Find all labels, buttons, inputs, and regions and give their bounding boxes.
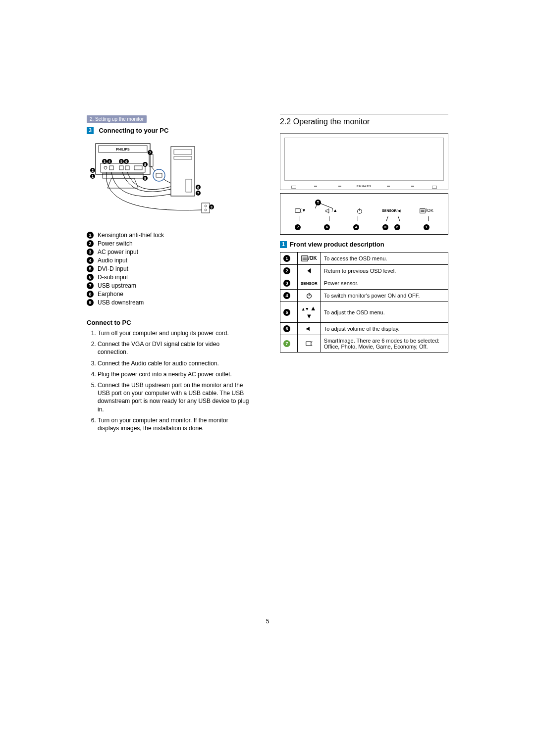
svg-rect-45 — [295, 209, 301, 213]
row-desc: Power sensor. — [321, 277, 448, 290]
table-row: 4 To switch monitor's power ON and OFF. — [280, 290, 448, 302]
page-number: 5 — [0, 618, 535, 625]
svg-rect-9 — [149, 154, 153, 166]
step-item: Turn off your computer and unplug its po… — [98, 329, 255, 337]
svg-rect-32 — [174, 156, 192, 159]
step-item: Turn on your computer and monitor. If th… — [98, 416, 255, 432]
legend-bullet-4: 4 — [87, 257, 94, 264]
right-column: 2.2 Operating the monitor PHILIPS 5 ▼ /▲ — [280, 114, 448, 435]
step-item: Connect the Audio cable for audio connec… — [98, 359, 255, 367]
detail-icon-sensor: SENSOR/◀ — [382, 209, 400, 213]
section-divider — [280, 114, 448, 114]
table-row: 1 /OK To access the OSD menu. — [280, 252, 448, 265]
legend-bullet-7: 7 — [87, 282, 94, 289]
svg-point-40 — [205, 209, 207, 211]
connecting-heading-text: Connecting to your PC — [99, 127, 168, 134]
connect-to-pc-heading: Connect to PC — [87, 319, 255, 326]
port-legend-list: 1Kensington anti-thief lock 2Power switc… — [87, 232, 255, 306]
table-row: 6 To adjust volume of the display. — [280, 323, 448, 335]
sensor-label: SENSOR — [298, 277, 321, 290]
menu-ok-icon: /OK — [298, 252, 321, 265]
front-stepbox: 1 — [280, 241, 287, 248]
svg-rect-30 — [171, 147, 195, 196]
table-row: 5 ▲ ▼ To adjust the OSD menu. — [280, 302, 448, 323]
diagram-brand: PHILIPS — [116, 148, 130, 151]
detail-icon-menu: /OK — [419, 207, 434, 214]
svg-text:5: 5 — [120, 160, 122, 163]
section-connecting-heading: 3 Connecting to your PC — [87, 126, 255, 135]
svg-line-43 — [315, 202, 318, 208]
svg-text:4: 4 — [108, 160, 110, 163]
detail-icon-smart: ▼ — [295, 207, 306, 214]
row-desc: Return to previous OSD level. — [321, 265, 448, 277]
svg-rect-6 — [119, 166, 123, 170]
legend-label: D-sub input — [98, 274, 128, 281]
svg-rect-2 — [101, 163, 145, 172]
legend-bullet-9: 9 — [87, 299, 94, 306]
svg-rect-5 — [109, 166, 113, 170]
svg-rect-7 — [125, 166, 129, 170]
legend-label: USB downstream — [98, 299, 144, 306]
legend-label: DVI-D input — [98, 265, 128, 272]
legend-label: Audio input — [98, 257, 127, 264]
step-item: Connect the VGA or DVI signal cable for … — [98, 340, 255, 356]
legend-label: Earphone — [98, 291, 123, 298]
svg-text:7: 7 — [149, 151, 151, 154]
smartimage-icon — [298, 335, 321, 353]
svg-text:8: 8 — [144, 163, 146, 166]
svg-text:3: 3 — [104, 160, 106, 163]
connection-diagram-svg: PHILIPS 3 4 5 6 — [87, 140, 215, 224]
breadcrumb: 2. Setting up the monitor — [87, 115, 147, 123]
legend-bullet-5: 5 — [87, 265, 94, 272]
svg-point-4 — [104, 166, 107, 169]
row-bullet: 3 — [283, 280, 290, 287]
row-bullet: 5 — [283, 309, 290, 316]
front-description-table: 1 /OK To access the OSD menu. 2 Return t… — [280, 252, 448, 353]
row-desc: To adjust the OSD menu. — [321, 302, 448, 323]
svg-rect-8 — [134, 166, 142, 170]
legend-label: Kensington anti-thief lock — [98, 232, 164, 239]
step-item: Plug the power cord into a nearby AC pow… — [98, 370, 255, 378]
svg-line-44 — [318, 202, 333, 208]
svg-text:9: 9 — [144, 177, 146, 180]
legend-label: Power switch — [98, 240, 133, 247]
svg-text:2: 2 — [92, 169, 94, 172]
svg-text:6: 6 — [125, 160, 127, 163]
legend-bullet-8: 8 — [87, 291, 94, 298]
updown-icon: ▲ ▼ — [298, 302, 321, 323]
volume-icon — [298, 323, 321, 335]
table-row: 2 Return to previous OSD level. — [280, 265, 448, 277]
svg-point-28 — [153, 169, 165, 181]
row-bullet: 4 — [283, 292, 290, 299]
legend-bullet-6: 6 — [87, 274, 94, 281]
table-row: 3 SENSOR Power sensor. — [280, 277, 448, 290]
svg-text:3: 3 — [211, 205, 213, 209]
svg-text:6: 6 — [197, 186, 199, 189]
svg-text:1: 1 — [92, 175, 94, 178]
power-icon — [298, 290, 321, 302]
callout-5: 5 — [315, 197, 325, 205]
row-bullet: 7 — [283, 340, 290, 347]
detail-icon-power — [356, 207, 363, 214]
table-row: 7 SmartImage. There are 6 modes to be se… — [280, 335, 448, 353]
monitor-front-diagram: PHILIPS — [280, 133, 448, 190]
legend-bullet-1: 1 — [87, 232, 94, 239]
left-arrow-icon — [298, 265, 321, 277]
row-bullet: 6 — [283, 325, 290, 332]
button-detail-diagram: 5 ▼ /▲ SENSOR/◀ /OK 7 6 — [280, 193, 448, 235]
svg-rect-58 — [306, 342, 311, 346]
row-bullet: 1 — [283, 255, 290, 262]
row-bullet: 2 — [283, 267, 290, 274]
front-view-heading-row: 1 Front view product description — [280, 241, 448, 248]
legend-label: USB upstream — [98, 282, 136, 289]
step-item: Connect the USB upstream port on the mon… — [98, 381, 255, 413]
legend-bullet-3: 3 — [87, 249, 94, 255]
connect-steps-list: Turn off your computer and unplug its po… — [87, 329, 255, 432]
row-desc: SmartImage. There are 6 modes to be sele… — [321, 335, 448, 353]
step-number-box: 3 — [87, 127, 94, 134]
row-desc: To access the OSD menu. — [321, 252, 448, 265]
svg-rect-31 — [174, 150, 192, 154]
left-column: 2. Setting up the monitor 3 Connecting t… — [87, 114, 255, 435]
legend-label: AC power input — [98, 249, 138, 255]
svg-rect-33 — [186, 179, 192, 192]
